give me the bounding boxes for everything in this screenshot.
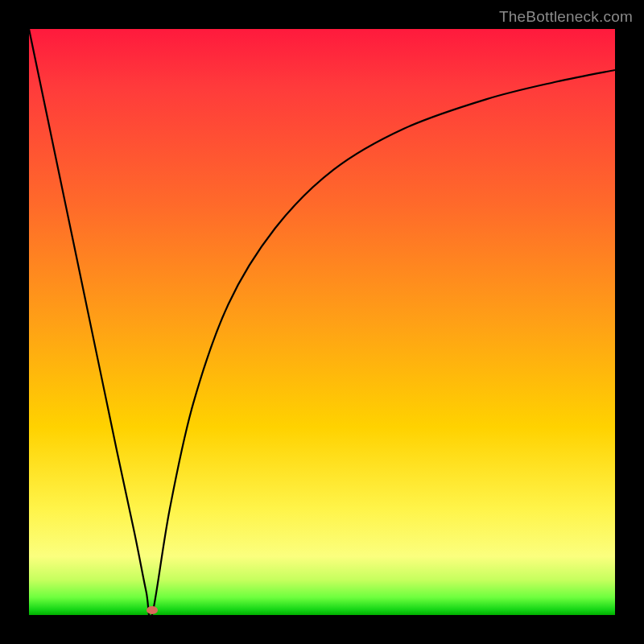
chart-frame: TheBottleneck.com <box>0 0 644 644</box>
watermark-text: TheBottleneck.com <box>499 8 633 26</box>
optimal-point-marker <box>147 606 158 614</box>
curve-svg <box>29 29 615 615</box>
plot-area <box>29 29 615 615</box>
bottleneck-curve <box>29 29 615 615</box>
